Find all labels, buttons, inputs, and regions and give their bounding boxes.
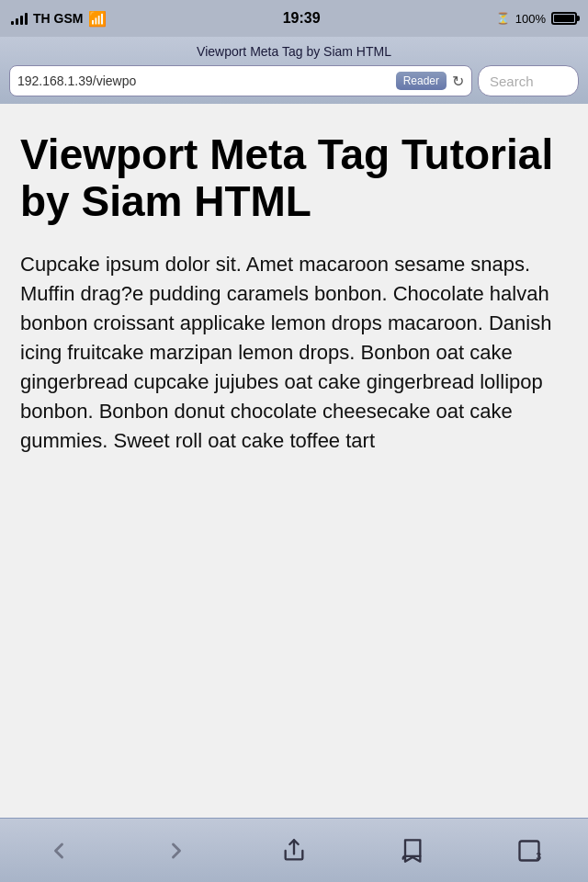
battery-percent: 100%	[515, 12, 546, 26]
battery-icon	[551, 12, 577, 25]
search-bar[interactable]: Search	[478, 65, 579, 96]
tabs-button[interactable]: 3	[506, 828, 552, 874]
page-body: Cupcake ipsum dolor sit. Amet macaroon s…	[20, 250, 568, 455]
bookmarks-icon	[399, 838, 424, 864]
status-time: 19:39	[283, 10, 321, 27]
signal-icon	[11, 12, 28, 25]
browser-chrome: Viewport Meta Tag by Siam HTML 192.168.1…	[0, 37, 588, 104]
tab-count: 3	[536, 852, 541, 862]
browser-title: Viewport Meta Tag by Siam HTML	[9, 44, 579, 59]
search-placeholder: Search	[490, 74, 534, 89]
reload-button[interactable]: ↻	[452, 73, 464, 90]
bookmarks-button[interactable]	[389, 828, 435, 874]
status-bar: TH GSM 📶 19:39 ⏳ 100%	[0, 0, 588, 37]
page-title: Viewport Meta Tag Tutorial by Siam HTML	[20, 131, 568, 224]
browser-bar: 192.168.1.39/viewpo Reader ↻ Search	[9, 65, 579, 96]
share-button[interactable]	[271, 828, 317, 874]
wifi-icon: 📶	[88, 10, 107, 28]
page-content: Viewport Meta Tag Tutorial by Siam HTML …	[0, 104, 588, 818]
address-text: 192.168.1.39/viewpo	[17, 74, 390, 88]
battery-fill	[554, 15, 574, 22]
forward-button[interactable]	[153, 828, 199, 874]
lock-icon: ⏳	[496, 12, 510, 25]
status-left: TH GSM 📶	[11, 10, 107, 28]
status-right: ⏳ 100%	[496, 12, 577, 26]
back-button[interactable]	[36, 828, 82, 874]
reader-button[interactable]: Reader	[396, 72, 447, 90]
back-icon	[46, 838, 72, 864]
carrier-label: TH GSM	[33, 11, 83, 26]
share-icon	[281, 838, 307, 864]
address-bar[interactable]: 192.168.1.39/viewpo Reader ↻	[9, 65, 472, 96]
tabs-icon: 3	[516, 838, 542, 864]
forward-icon	[164, 838, 189, 864]
bottom-toolbar: 3	[0, 818, 588, 882]
